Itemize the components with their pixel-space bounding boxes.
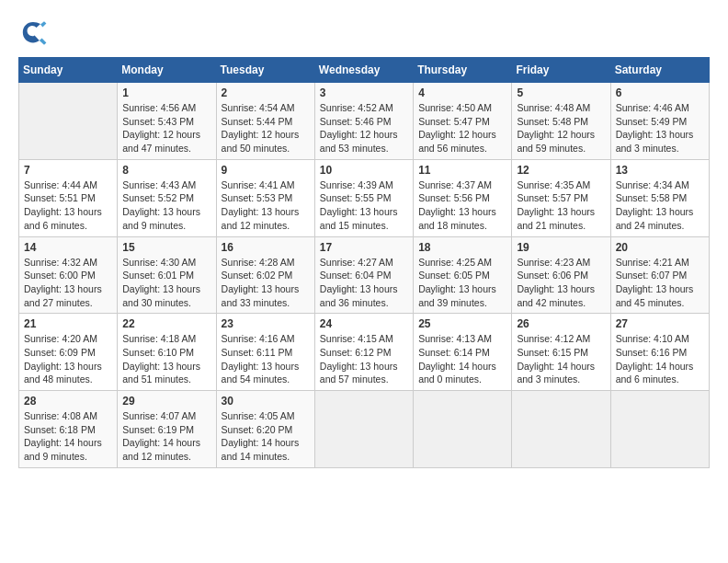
logo [18, 18, 53, 48]
day-number: 24 [320, 317, 408, 330]
day-number: 14 [24, 241, 112, 254]
day-of-week-monday: Monday [118, 58, 216, 83]
calendar-week-1: 1Sunrise: 4:56 AM Sunset: 5:43 PM Daylig… [19, 83, 710, 160]
day-info: Sunrise: 4:41 AM Sunset: 5:53 PM Dayligh… [222, 178, 310, 233]
calendar-cell: 9Sunrise: 4:41 AM Sunset: 5:53 PM Daylig… [216, 159, 314, 236]
day-number: 25 [418, 317, 506, 330]
day-number: 1 [122, 86, 210, 99]
day-info: Sunrise: 4:08 AM Sunset: 6:18 PM Dayligh… [24, 409, 112, 464]
day-info: Sunrise: 4:52 AM Sunset: 5:46 PM Dayligh… [320, 101, 408, 155]
day-number: 27 [616, 317, 704, 330]
day-of-week-saturday: Saturday [610, 58, 709, 83]
calendar-cell: 23Sunrise: 4:16 AM Sunset: 6:11 PM Dayli… [216, 314, 314, 391]
calendar-week-2: 7Sunrise: 4:44 AM Sunset: 5:51 PM Daylig… [19, 159, 710, 236]
calendar-cell: 1Sunrise: 4:56 AM Sunset: 5:43 PM Daylig… [118, 83, 216, 160]
calendar-cell: 19Sunrise: 4:23 AM Sunset: 6:06 PM Dayli… [512, 236, 610, 314]
calendar-cell: 10Sunrise: 4:39 AM Sunset: 5:55 PM Dayli… [314, 159, 413, 236]
day-info: Sunrise: 4:16 AM Sunset: 6:11 PM Dayligh… [222, 332, 310, 386]
calendar-cell: 5Sunrise: 4:48 AM Sunset: 5:48 PM Daylig… [512, 83, 610, 160]
calendar-body: 1Sunrise: 4:56 AM Sunset: 5:43 PM Daylig… [19, 83, 710, 468]
page-header [18, 18, 710, 48]
day-of-week-sunday: Sunday [19, 58, 118, 83]
calendar-cell: 24Sunrise: 4:15 AM Sunset: 6:12 PM Dayli… [314, 314, 413, 391]
day-info: Sunrise: 4:30 AM Sunset: 6:01 PM Dayligh… [122, 256, 210, 310]
day-info: Sunrise: 4:27 AM Sunset: 6:04 PM Dayligh… [320, 256, 408, 310]
calendar-week-4: 21Sunrise: 4:20 AM Sunset: 6:09 PM Dayli… [19, 314, 710, 391]
day-number: 12 [517, 164, 605, 177]
day-info: Sunrise: 4:48 AM Sunset: 5:48 PM Dayligh… [517, 101, 605, 155]
calendar-cell: 4Sunrise: 4:50 AM Sunset: 5:47 PM Daylig… [414, 83, 512, 160]
calendar-table: SundayMondayTuesdayWednesdayThursdayFrid… [18, 57, 710, 468]
day-info: Sunrise: 4:10 AM Sunset: 6:16 PM Dayligh… [616, 332, 704, 386]
calendar-cell: 21Sunrise: 4:20 AM Sunset: 6:09 PM Dayli… [19, 314, 118, 391]
day-info: Sunrise: 4:20 AM Sunset: 6:09 PM Dayligh… [24, 332, 112, 386]
calendar-cell [414, 391, 512, 468]
calendar-week-5: 28Sunrise: 4:08 AM Sunset: 6:18 PM Dayli… [19, 391, 710, 468]
day-info: Sunrise: 4:05 AM Sunset: 6:20 PM Dayligh… [222, 409, 310, 464]
calendar-cell: 2Sunrise: 4:54 AM Sunset: 5:44 PM Daylig… [216, 83, 314, 160]
calendar-cell [512, 391, 610, 468]
day-info: Sunrise: 4:13 AM Sunset: 6:14 PM Dayligh… [418, 332, 506, 386]
day-info: Sunrise: 4:12 AM Sunset: 6:15 PM Dayligh… [517, 332, 605, 386]
day-info: Sunrise: 4:56 AM Sunset: 5:43 PM Dayligh… [122, 101, 210, 155]
day-number: 6 [616, 86, 704, 99]
day-number: 18 [418, 241, 506, 254]
day-number: 21 [24, 317, 112, 330]
day-info: Sunrise: 4:07 AM Sunset: 6:19 PM Dayligh… [122, 409, 210, 464]
calendar-cell: 16Sunrise: 4:28 AM Sunset: 6:02 PM Dayli… [216, 236, 314, 314]
calendar-cell: 20Sunrise: 4:21 AM Sunset: 6:07 PM Dayli… [610, 236, 709, 314]
day-info: Sunrise: 4:25 AM Sunset: 6:05 PM Dayligh… [418, 256, 506, 310]
day-number: 23 [222, 317, 310, 330]
day-of-week-friday: Friday [512, 58, 610, 83]
calendar-header: SundayMondayTuesdayWednesdayThursdayFrid… [19, 58, 710, 83]
calendar-cell: 29Sunrise: 4:07 AM Sunset: 6:19 PM Dayli… [118, 391, 216, 468]
calendar-cell: 12Sunrise: 4:35 AM Sunset: 5:57 PM Dayli… [512, 159, 610, 236]
calendar-cell: 7Sunrise: 4:44 AM Sunset: 5:51 PM Daylig… [19, 159, 118, 236]
day-info: Sunrise: 4:34 AM Sunset: 5:58 PM Dayligh… [616, 178, 704, 233]
day-of-week-tuesday: Tuesday [216, 58, 314, 83]
day-number: 20 [616, 241, 704, 254]
calendar-week-3: 14Sunrise: 4:32 AM Sunset: 6:00 PM Dayli… [19, 236, 710, 314]
day-info: Sunrise: 4:44 AM Sunset: 5:51 PM Dayligh… [24, 178, 112, 233]
day-number: 9 [222, 164, 310, 177]
day-number: 17 [320, 241, 408, 254]
day-info: Sunrise: 4:37 AM Sunset: 5:56 PM Dayligh… [418, 178, 506, 233]
logo-icon [18, 18, 48, 48]
calendar-cell: 14Sunrise: 4:32 AM Sunset: 6:00 PM Dayli… [19, 236, 118, 314]
day-info: Sunrise: 4:39 AM Sunset: 5:55 PM Dayligh… [320, 178, 408, 233]
day-info: Sunrise: 4:46 AM Sunset: 5:49 PM Dayligh… [616, 101, 704, 155]
day-header-row: SundayMondayTuesdayWednesdayThursdayFrid… [19, 58, 710, 83]
calendar-cell [19, 83, 118, 160]
calendar-cell: 3Sunrise: 4:52 AM Sunset: 5:46 PM Daylig… [314, 83, 413, 160]
calendar-cell: 8Sunrise: 4:43 AM Sunset: 5:52 PM Daylig… [118, 159, 216, 236]
day-number: 4 [418, 86, 506, 99]
day-number: 28 [24, 395, 112, 408]
calendar-cell: 6Sunrise: 4:46 AM Sunset: 5:49 PM Daylig… [610, 83, 709, 160]
calendar-cell: 13Sunrise: 4:34 AM Sunset: 5:58 PM Dayli… [610, 159, 709, 236]
day-number: 29 [122, 395, 210, 408]
day-info: Sunrise: 4:32 AM Sunset: 6:00 PM Dayligh… [24, 256, 112, 310]
day-info: Sunrise: 4:15 AM Sunset: 6:12 PM Dayligh… [320, 332, 408, 386]
day-of-week-wednesday: Wednesday [314, 58, 413, 83]
day-info: Sunrise: 4:21 AM Sunset: 6:07 PM Dayligh… [616, 256, 704, 310]
calendar-cell: 28Sunrise: 4:08 AM Sunset: 6:18 PM Dayli… [19, 391, 118, 468]
calendar-cell: 15Sunrise: 4:30 AM Sunset: 6:01 PM Dayli… [118, 236, 216, 314]
day-number: 13 [616, 164, 704, 177]
calendar-cell: 27Sunrise: 4:10 AM Sunset: 6:16 PM Dayli… [610, 314, 709, 391]
day-number: 22 [122, 317, 210, 330]
calendar-cell: 22Sunrise: 4:18 AM Sunset: 6:10 PM Dayli… [118, 314, 216, 391]
day-number: 8 [122, 164, 210, 177]
day-info: Sunrise: 4:50 AM Sunset: 5:47 PM Dayligh… [418, 101, 506, 155]
day-info: Sunrise: 4:54 AM Sunset: 5:44 PM Dayligh… [222, 101, 310, 155]
day-number: 15 [122, 241, 210, 254]
day-number: 19 [517, 241, 605, 254]
day-number: 3 [320, 86, 408, 99]
calendar-cell [314, 391, 413, 468]
calendar-cell: 30Sunrise: 4:05 AM Sunset: 6:20 PM Dayli… [216, 391, 314, 468]
calendar-cell: 26Sunrise: 4:12 AM Sunset: 6:15 PM Dayli… [512, 314, 610, 391]
day-number: 5 [517, 86, 605, 99]
day-info: Sunrise: 4:43 AM Sunset: 5:52 PM Dayligh… [122, 178, 210, 233]
day-number: 26 [517, 317, 605, 330]
day-number: 7 [24, 164, 112, 177]
day-info: Sunrise: 4:28 AM Sunset: 6:02 PM Dayligh… [222, 256, 310, 310]
